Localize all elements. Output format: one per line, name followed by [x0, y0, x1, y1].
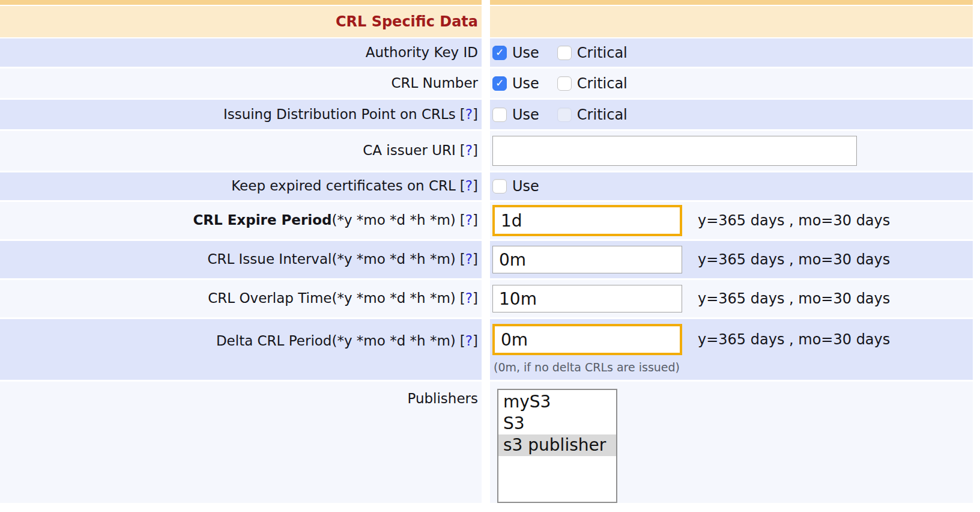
authority-key-id-critical-checkbox[interactable]: [557, 46, 572, 60]
crl-number-checkboxes: ✓UseCritical: [492, 75, 628, 92]
publishers-select[interactable]: myS3S3s3 publisher: [497, 389, 617, 503]
use-label: Use: [512, 106, 539, 123]
publishers-option[interactable]: myS3: [498, 391, 616, 413]
help-link[interactable]: [?]: [460, 106, 478, 122]
row-label-delta-crl-period: Delta CRL Period(*y *mo *d *h *m)[?]: [216, 332, 478, 350]
delta-crl-period-input[interactable]: [492, 324, 682, 355]
row-crl-expire-period: CRL Expire Period(*y *mo *d *h *m)[?]y=3…: [0, 202, 980, 239]
help-question-icon: ?: [465, 212, 473, 228]
row-label-crl-expire-period: CRL Expire Period(*y *mo *d *h *m)[?]: [193, 212, 478, 230]
control-cell-publishers: myS3S3s3 publisher: [490, 382, 973, 503]
issuing-distribution-point-on-crls-use-checkbox[interactable]: [492, 108, 507, 122]
help-question-icon: ?: [465, 251, 473, 267]
publishers-option[interactable]: s3 publisher: [498, 434, 616, 456]
row-keep-expired-certificates-on-crl: Keep expired certificates on CRL[?]Use: [0, 172, 980, 200]
crl-specific-data-form: CRL Specific Data Authority Key ID✓UseCr…: [0, 0, 980, 512]
crl-issue-interval-input-row: y=365 days , mo=30 days: [492, 246, 890, 273]
label-cell-crl-number: CRL Number: [0, 69, 482, 98]
row-label-crl-overlap-time: CRL Overlap Time(*y *mo *d *h *m)[?]: [208, 290, 478, 308]
row-label-bold: CRL Expire Period: [193, 212, 331, 228]
label-cell-crl-overlap-time: CRL Overlap Time(*y *mo *d *h *m)[?]: [0, 280, 482, 317]
row-label-authority-key-id: Authority Key ID: [366, 44, 478, 62]
divider-right: [490, 0, 973, 5]
help-link[interactable]: [?]: [460, 251, 478, 267]
use-label: Use: [512, 178, 539, 195]
crl-expire-period-input[interactable]: [492, 205, 682, 236]
control-cell-authority-key-id: ✓UseCritical: [490, 38, 973, 67]
help-question-icon: ?: [465, 142, 473, 158]
row-ca-issuer-uri: CA issuer URI[?]: [0, 131, 980, 171]
delta-crl-period-input-row: y=365 days , mo=30 days: [492, 324, 890, 355]
help-link[interactable]: [?]: [460, 212, 478, 228]
row-label-issuing-distribution-point-on-crls: Issuing Distribution Point on CRLs[?]: [223, 106, 478, 124]
help-question-icon: ?: [465, 290, 473, 306]
crl-number-critical-checkbox[interactable]: [557, 76, 572, 91]
use-label: Use: [512, 75, 539, 92]
crl-issue-interval-input[interactable]: [492, 246, 682, 273]
critical-label: Critical: [577, 106, 628, 123]
delta-crl-period-note: (0m, if no delta CRLs are issued): [494, 361, 890, 374]
label-cell-crl-expire-period: CRL Expire Period(*y *mo *d *h *m)[?]: [0, 202, 482, 239]
critical-label: Critical: [577, 75, 628, 92]
issuing-distribution-point-on-crls-checkboxes: UseCritical: [492, 106, 628, 123]
label-cell-delta-crl-period: Delta CRL Period(*y *mo *d *h *m)[?]: [0, 319, 482, 380]
check-icon: ✓: [495, 47, 504, 58]
help-question-icon: ?: [465, 106, 473, 122]
control-cell-crl-issue-interval: y=365 days , mo=30 days: [490, 241, 973, 278]
divider-left: [0, 0, 482, 5]
row-crl-overlap-time: CRL Overlap Time(*y *mo *d *h *m)[?]y=36…: [0, 280, 980, 317]
critical-label: Critical: [577, 44, 628, 61]
label-cell-crl-issue-interval: CRL Issue Interval(*y *mo *d *h *m)[?]: [0, 241, 482, 278]
help-question-icon: ?: [465, 178, 473, 194]
help-link[interactable]: [?]: [460, 290, 478, 306]
help-link[interactable]: [?]: [460, 333, 478, 349]
authority-key-id-checkboxes: ✓UseCritical: [492, 44, 628, 61]
delta-crl-period-group: y=365 days , mo=30 days(0m, if no delta …: [492, 324, 890, 374]
crl-expire-period-group: y=365 days , mo=30 days: [492, 205, 890, 236]
issuing-distribution-point-on-crls-critical-checkbox[interactable]: [557, 108, 572, 122]
row-label-crl-number: CRL Number: [391, 75, 478, 93]
control-cell-crl-overlap-time: y=365 days , mo=30 days: [490, 280, 973, 317]
label-cell-issuing-distribution-point-on-crls: Issuing Distribution Point on CRLs[?]: [0, 100, 482, 129]
publishers-option[interactable]: S3: [498, 413, 616, 434]
section-header-row: CRL Specific Data: [0, 6, 980, 37]
crl-number-use-checkbox[interactable]: ✓: [492, 76, 507, 91]
row-crl-number: CRL Number✓UseCritical: [0, 69, 980, 98]
control-cell-crl-expire-period: y=365 days , mo=30 days: [490, 202, 973, 239]
section-header-spacer: [490, 6, 973, 37]
help-question-icon: ?: [465, 333, 473, 349]
use-label: Use: [512, 44, 539, 61]
row-label-ca-issuer-uri: CA issuer URI[?]: [363, 142, 478, 160]
section-title: CRL Specific Data: [336, 13, 478, 30]
help-link[interactable]: [?]: [460, 178, 478, 194]
control-cell-delta-crl-period: y=365 days , mo=30 days(0m, if no delta …: [490, 319, 973, 380]
row-authority-key-id: Authority Key ID✓UseCritical: [0, 38, 980, 67]
row-delta-crl-period: Delta CRL Period(*y *mo *d *h *m)[?]y=36…: [0, 319, 980, 380]
row-issuing-distribution-point-on-crls: Issuing Distribution Point on CRLs[?]Use…: [0, 100, 980, 129]
row-label-keep-expired-certificates-on-crl: Keep expired certificates on CRL[?]: [231, 177, 478, 195]
crl-expire-period-input-row: y=365 days , mo=30 days: [492, 205, 890, 236]
row-publishers: PublishersmyS3S3s3 publisher: [0, 382, 980, 503]
label-cell-ca-issuer-uri: CA issuer URI[?]: [0, 131, 482, 171]
crl-overlap-time-input[interactable]: [492, 285, 682, 312]
control-cell-keep-expired-certificates-on-crl: Use: [490, 172, 973, 200]
control-cell-issuing-distribution-point-on-crls: UseCritical: [490, 100, 973, 129]
check-icon: ✓: [495, 78, 504, 88]
control-cell-ca-issuer-uri: [490, 131, 973, 171]
authority-key-id-use-checkbox[interactable]: ✓: [492, 46, 507, 60]
keep-expired-certificates-on-crl-checkboxes: Use: [492, 178, 539, 195]
help-link[interactable]: [?]: [460, 142, 478, 158]
time-units-hint: y=365 days , mo=30 days: [698, 331, 890, 348]
crl-issue-interval-group: y=365 days , mo=30 days: [492, 246, 890, 273]
label-cell-authority-key-id: Authority Key ID: [0, 38, 482, 67]
row-label-crl-issue-interval: CRL Issue Interval(*y *mo *d *h *m)[?]: [207, 251, 478, 269]
time-units-hint: y=365 days , mo=30 days: [698, 251, 890, 268]
form-rows: Authority Key ID✓UseCriticalCRL Number✓U…: [0, 38, 980, 503]
keep-expired-certificates-on-crl-use-checkbox[interactable]: [492, 179, 507, 194]
crl-overlap-time-group: y=365 days , mo=30 days: [492, 285, 890, 312]
control-cell-crl-number: ✓UseCritical: [490, 69, 973, 98]
time-units-hint: y=365 days , mo=30 days: [698, 290, 890, 307]
label-cell-publishers: Publishers: [0, 382, 482, 503]
ca-issuer-uri-input[interactable]: [492, 136, 857, 166]
section-header-cell: CRL Specific Data: [0, 6, 482, 37]
